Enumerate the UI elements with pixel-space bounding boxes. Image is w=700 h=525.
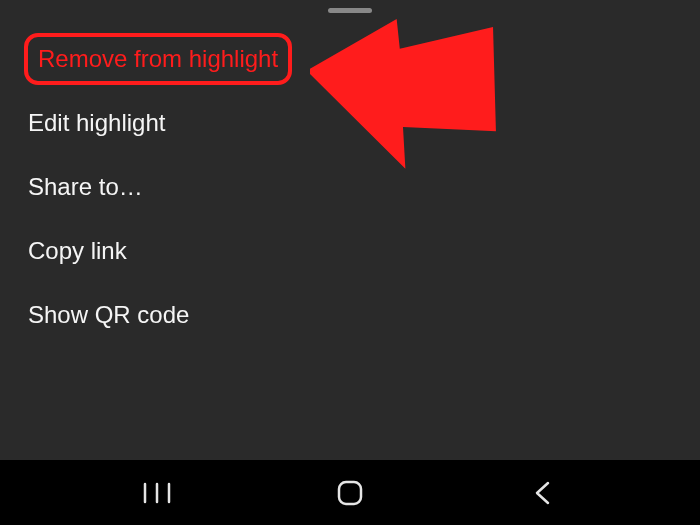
recents-button[interactable]	[117, 473, 197, 513]
menu-item-share-to[interactable]: Share to…	[24, 155, 676, 219]
menu-list: Remove from highlight Edit highlight Sha…	[0, 29, 700, 347]
menu-item-label: Share to…	[28, 173, 143, 200]
menu-item-show-qr-code[interactable]: Show QR code	[24, 283, 676, 347]
android-nav-bar	[0, 460, 700, 525]
menu-item-label: Remove from highlight	[38, 45, 278, 72]
back-button[interactable]	[503, 473, 583, 513]
menu-item-copy-link[interactable]: Copy link	[24, 219, 676, 283]
bottom-sheet: Remove from highlight Edit highlight Sha…	[0, 0, 700, 460]
menu-item-edit-highlight[interactable]: Edit highlight	[24, 91, 676, 155]
menu-item-remove-highlight[interactable]: Remove from highlight	[24, 33, 292, 85]
drag-handle[interactable]	[328, 8, 372, 13]
menu-item-label: Copy link	[28, 237, 127, 264]
home-button[interactable]	[310, 473, 390, 513]
menu-item-label: Edit highlight	[28, 109, 165, 136]
menu-item-label: Show QR code	[28, 301, 189, 328]
svg-rect-4	[339, 482, 361, 504]
